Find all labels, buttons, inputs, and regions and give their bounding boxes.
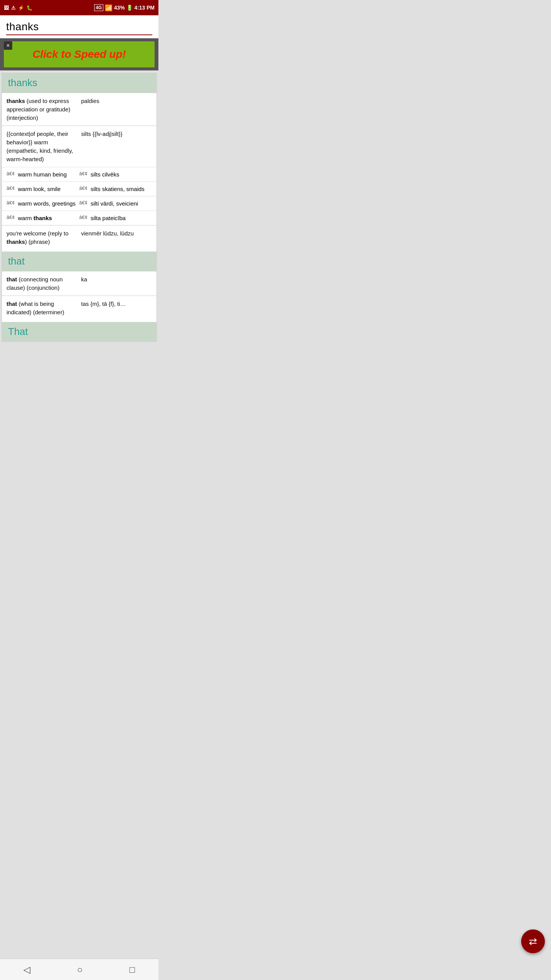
image-icon: 🖼 (4, 5, 9, 11)
status-left-icons: 🖼 ⚠ ⚡ 🐛 (4, 5, 33, 11)
entry-lv-thanks-interjection: paldies (81, 97, 152, 105)
section-header-that: that (2, 252, 156, 271)
section-header-thanks: thanks (2, 73, 156, 93)
bullet-lv-warm-thanks: â€¢ silta pateicība (79, 214, 152, 222)
usb-icon: ⚡ (18, 5, 24, 11)
bullet-lv-warm-words: â€¢ silti vārdi, sveicieni (79, 199, 152, 207)
bug-icon: 🐛 (26, 5, 33, 11)
entry-en-that-conjunction: that (connecting noun clause) (conjuncti… (7, 275, 81, 292)
ad-close-button[interactable]: ✕ (4, 41, 12, 50)
network-label: 4G (94, 4, 103, 11)
search-query[interactable]: thanks (6, 21, 152, 33)
dictionary-content: thanks thanks (used to express appreciat… (2, 73, 157, 342)
bullet-en-warm-words: â€¢ warm words, greetings (7, 199, 79, 207)
section-title-thanks: thanks (8, 77, 37, 88)
entry-lv-warm-context: silts {{lv-adj|silt}} (81, 130, 152, 138)
entry-en-that-determiner: that (what is being indicated) (determin… (7, 300, 81, 317)
bullet-en-warm-look: â€¢ warm look, smile (7, 185, 79, 193)
bullet-lv-warm-look: â€¢ silts skatiens, smaids (79, 185, 152, 193)
ad-banner[interactable]: Click to Speed up! (4, 41, 155, 67)
bullet-warm-words: â€¢ warm words, greetings â€¢ silti vārd… (2, 196, 156, 211)
search-bar: thanks (0, 15, 158, 38)
entry-en-warm-context: {{context|of people, their behavior}} wa… (7, 130, 81, 163)
ad-banner-container: ✕ Click to Speed up! (0, 38, 158, 70)
battery-percent: 43% (114, 5, 125, 11)
bullet-en-warm-thanks: â€¢ warm thanks (7, 214, 79, 222)
entry-thanks-interjection: thanks (used to express appreciation or … (2, 93, 156, 126)
section-title-that-cap: That (8, 326, 28, 337)
entry-youre-welcome: you're welcome (reply to thanks) (phrase… (2, 225, 156, 250)
section-title-that: that (8, 255, 24, 267)
signal-icon: 📶 (105, 4, 112, 11)
entry-that-determiner: that (what is being indicated) (determin… (2, 296, 156, 320)
bullet-warm-look: â€¢ warm look, smile â€¢ silts skatiens,… (2, 181, 156, 196)
entry-en-thanks-interjection: thanks (used to express appreciation or … (7, 97, 81, 122)
section-header-that-cap: That (2, 322, 156, 341)
warning-icon: ⚠ (11, 5, 16, 11)
battery-icon: 🔋 (126, 5, 133, 11)
entry-lv-that-conjunction: ka (81, 275, 152, 284)
bullet-warm-human: â€¢ warm human being â€¢ silts cilvēks (2, 167, 156, 181)
status-right-info: 4G 📶 43% 🔋 4:13 PM (94, 4, 155, 11)
bullet-lv-warm-human: â€¢ silts cilvēks (79, 170, 152, 178)
time-display: 4:13 PM (134, 5, 155, 11)
entry-warm-context: {{context|of people, their behavior}} wa… (2, 126, 156, 167)
status-bar: 🖼 ⚠ ⚡ 🐛 4G 📶 43% 🔋 4:13 PM (0, 0, 158, 15)
entry-lv-youre-welcome: vienmēr lūdzu, lūdzu (81, 229, 152, 238)
entry-that-conjunction: that (connecting noun clause) (conjuncti… (2, 271, 156, 296)
bullet-warm-thanks: â€¢ warm thanks â€¢ silta pateicība (2, 211, 156, 225)
search-input-wrapper[interactable]: thanks (6, 21, 152, 35)
bullet-en-warm-human: â€¢ warm human being (7, 170, 79, 178)
ad-text: Click to Speed up! (33, 48, 126, 60)
entry-en-youre-welcome: you're welcome (reply to thanks) (phrase… (7, 229, 81, 246)
entry-lv-that-determiner: tas {m}, tā {f}, ti… (81, 300, 152, 308)
